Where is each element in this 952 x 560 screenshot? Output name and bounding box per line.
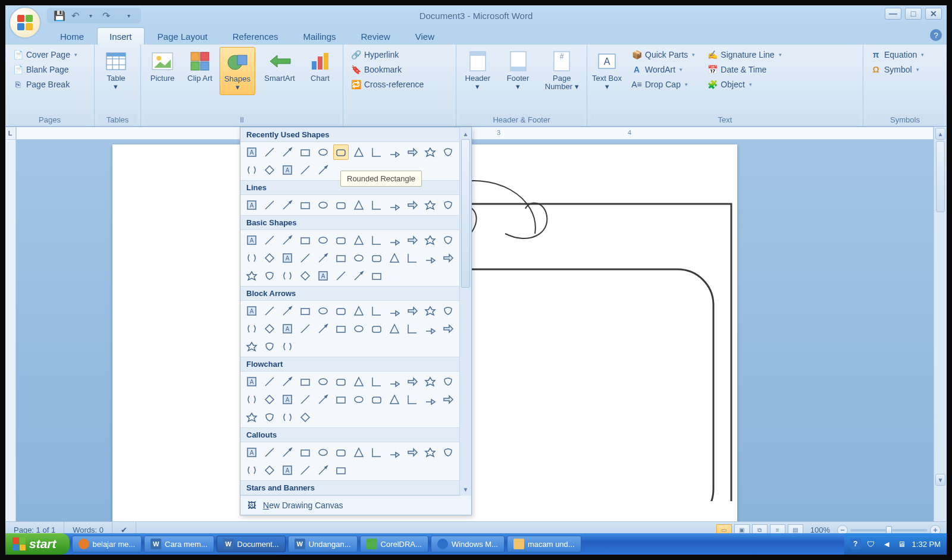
shape-item[interactable] xyxy=(387,232,402,248)
tab-home[interactable]: Home xyxy=(48,28,96,45)
shape-item[interactable] xyxy=(387,392,402,407)
undo-more-icon[interactable]: ▾ xyxy=(84,9,97,22)
shape-item[interactable] xyxy=(298,445,313,460)
cross-reference-button[interactable]: 🔁Cross-reference xyxy=(347,78,427,91)
taskbar-item-word1[interactable]: WCara mem... xyxy=(144,536,214,552)
shapes-scroll-down-icon[interactable]: ▼ xyxy=(461,484,470,495)
taskbar-item-firefox[interactable]: belajar me... xyxy=(72,536,142,552)
table-button[interactable]: Table▾ xyxy=(98,47,134,94)
shape-item[interactable] xyxy=(369,250,384,266)
page-number-button[interactable]: #Page Number ▾ xyxy=(540,47,583,94)
page-break-button[interactable]: ⎘Page Break xyxy=(9,78,81,91)
shape-item[interactable] xyxy=(244,339,259,354)
shape-item[interactable]: A xyxy=(315,268,331,284)
scroll-thumb[interactable] xyxy=(936,141,945,212)
shape-item[interactable] xyxy=(387,321,402,336)
shape-item[interactable] xyxy=(315,392,331,407)
shape-item[interactable]: A xyxy=(280,162,295,178)
shape-item[interactable] xyxy=(369,303,384,319)
shape-item[interactable]: A xyxy=(244,445,259,460)
tab-page-layout[interactable]: Page Layout xyxy=(146,28,220,45)
shape-item[interactable] xyxy=(298,232,313,248)
footer-button[interactable]: Footer▾ xyxy=(500,47,536,94)
shape-item[interactable] xyxy=(244,410,259,425)
chart-button[interactable]: Chart xyxy=(304,47,336,85)
shape-item[interactable] xyxy=(298,268,313,284)
shape-item[interactable] xyxy=(422,250,438,266)
object-button[interactable]: 🧩Object▾ xyxy=(703,78,785,91)
shape-item[interactable] xyxy=(244,321,259,336)
shape-item[interactable] xyxy=(262,392,277,407)
header-button[interactable]: Header▾ xyxy=(460,47,496,94)
shape-item[interactable] xyxy=(298,197,313,213)
shape-item[interactable] xyxy=(440,232,456,248)
shape-item[interactable] xyxy=(351,321,367,336)
shape-item[interactable] xyxy=(333,321,349,336)
shape-item[interactable] xyxy=(333,445,349,460)
shape-item[interactable] xyxy=(262,339,277,354)
shape-item[interactable] xyxy=(387,303,402,319)
shape-item[interactable] xyxy=(422,392,438,407)
shape-item[interactable] xyxy=(440,392,456,407)
shape-item[interactable] xyxy=(387,144,402,160)
qat-customize-icon[interactable]: ▾ xyxy=(122,9,135,22)
shape-item[interactable] xyxy=(315,250,331,266)
shape-item[interactable] xyxy=(440,445,456,460)
shape-item[interactable] xyxy=(387,445,402,460)
shapes-scrollbar[interactable]: ▲ ▼ xyxy=(459,127,471,496)
shape-item[interactable] xyxy=(369,232,384,248)
shape-item[interactable] xyxy=(333,268,349,284)
tray-clock[interactable]: 1:32 PM xyxy=(912,540,941,549)
shape-item[interactable] xyxy=(315,374,331,389)
start-button[interactable]: start xyxy=(5,533,70,555)
office-button[interactable] xyxy=(9,7,41,39)
shape-item[interactable]: A xyxy=(244,303,259,319)
tray-help-icon[interactable]: ? xyxy=(850,539,861,549)
shape-item[interactable] xyxy=(351,268,367,284)
shape-item[interactable] xyxy=(315,445,331,460)
shape-item[interactable]: A xyxy=(244,197,259,213)
taskbar-item-folder[interactable]: macam und... xyxy=(507,536,581,552)
shape-item[interactable] xyxy=(280,374,295,389)
shape-item[interactable] xyxy=(422,303,438,319)
shape-item[interactable] xyxy=(298,303,313,319)
zoom-slider[interactable] xyxy=(850,529,928,531)
shape-item[interactable]: A xyxy=(280,392,295,407)
shape-item[interactable] xyxy=(298,374,313,389)
shape-item[interactable] xyxy=(315,232,331,248)
new-drawing-canvas[interactable]: 🖼 New Drawing Canvas xyxy=(240,495,471,515)
shape-item[interactable] xyxy=(440,197,456,213)
shape-item[interactable] xyxy=(262,463,277,478)
shape-item[interactable] xyxy=(298,321,313,336)
picture-button[interactable]: Picture xyxy=(145,47,180,85)
shape-item[interactable] xyxy=(262,144,277,160)
tray-shield-icon[interactable]: 🛡 xyxy=(866,539,876,549)
undo-icon[interactable]: ↶ xyxy=(68,9,82,22)
shape-item[interactable] xyxy=(351,197,367,213)
bookmark-button[interactable]: 🔖Bookmark xyxy=(347,63,427,76)
smartart-button[interactable]: SmartArt xyxy=(260,47,299,85)
shape-item[interactable] xyxy=(298,392,313,407)
shape-item[interactable] xyxy=(405,445,420,460)
shape-item[interactable] xyxy=(280,410,295,425)
shape-item[interactable] xyxy=(422,232,438,248)
shape-item[interactable] xyxy=(351,303,367,319)
vertical-ruler[interactable] xyxy=(5,140,16,521)
shape-item[interactable] xyxy=(369,197,384,213)
shape-item[interactable] xyxy=(369,392,384,407)
shape-item[interactable] xyxy=(244,268,259,284)
shape-item[interactable] xyxy=(280,339,295,354)
shape-item[interactable]: A xyxy=(280,463,295,478)
shape-item[interactable] xyxy=(405,197,420,213)
tab-insert[interactable]: Insert xyxy=(97,27,145,45)
shape-item[interactable] xyxy=(422,144,438,160)
save-icon[interactable]: 💾 xyxy=(53,9,66,22)
shape-item[interactable] xyxy=(262,268,277,284)
close-button[interactable]: ✕ xyxy=(925,8,942,20)
shape-item[interactable] xyxy=(298,250,313,266)
tray-expand-icon[interactable]: ◀ xyxy=(881,539,892,549)
symbol-button[interactable]: ΩSymbol▾ xyxy=(867,63,928,76)
taskbar-item-corel[interactable]: CorelDRA... xyxy=(360,536,428,552)
shape-item[interactable] xyxy=(315,303,331,319)
shape-item[interactable] xyxy=(351,250,367,266)
